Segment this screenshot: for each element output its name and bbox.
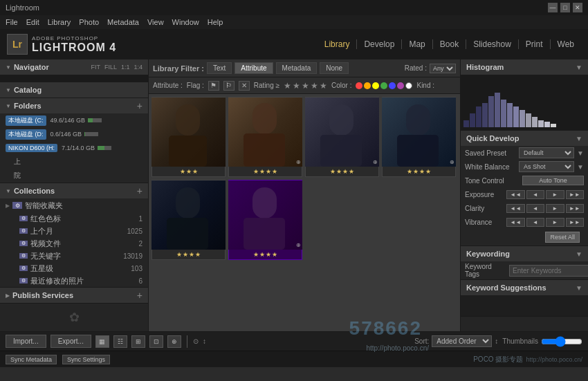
exposure-up[interactable]: ► (546, 190, 564, 199)
photo-cell-2[interactable]: ⊕ ★ ★ ★ ★ (228, 97, 302, 177)
view-list-btn[interactable]: ☷ (113, 335, 127, 348)
close-btn[interactable]: ✕ (573, 3, 582, 12)
menu-file[interactable]: File (6, 18, 18, 26)
photo-cell-6[interactable]: ⊕ ★ ★ ★ ★ (228, 180, 302, 260)
star-5[interactable]: ★ (320, 81, 327, 91)
clarity-dbl-up[interactable]: ►► (566, 204, 585, 213)
menu-window[interactable]: Window (172, 18, 199, 26)
menu-edit[interactable]: Edit (26, 18, 39, 26)
reset-all-btn[interactable]: Reset All (545, 232, 580, 243)
menu-photo[interactable]: Photo (79, 18, 99, 26)
color-yellow[interactable] (372, 82, 379, 89)
wb-arrow-btn[interactable]: ▼ (577, 163, 584, 171)
navigator-header[interactable]: ▼ Navigator FIT FILL 1:1 1:4 (0, 59, 148, 75)
clarity-dbl-down[interactable]: ◄◄ (506, 204, 525, 213)
clarity-up[interactable]: ► (546, 204, 564, 213)
color-orange[interactable] (364, 82, 371, 89)
filter-metadata-tab[interactable]: Metadata (276, 62, 318, 74)
module-slideshow[interactable]: Slideshow (466, 39, 519, 49)
filter-attribute-tab[interactable]: Attribute (235, 62, 273, 74)
color-green[interactable] (380, 82, 387, 89)
folder-d[interactable]: 本地磁盘 (D: 0.6/146 GB (0, 127, 148, 141)
maximize-btn[interactable]: □ (560, 3, 570, 12)
photo-cell-4[interactable]: ⊕ ★ ★ ★ ★ (382, 97, 456, 177)
color-blue[interactable] (389, 82, 396, 89)
nav-fit[interactable]: FIT (91, 64, 100, 71)
thumbnail-slider[interactable] (541, 336, 582, 347)
coll-red[interactable]: ⚙ 红色色标 1 (14, 212, 148, 225)
filter-none-tab[interactable]: None (320, 62, 349, 74)
photo-cell-5[interactable]: ★ ★ ★ ★ (151, 180, 226, 260)
coll-month[interactable]: ⚙ 上个月 1025 (14, 225, 148, 237)
star-4[interactable]: ★ (311, 81, 318, 91)
folder-h[interactable]: NIKON D600 (H: 7.1/14.0 GB (0, 141, 148, 155)
view-compare-btn[interactable]: ⊞ (131, 335, 145, 348)
folder-sub1[interactable]: 上 (0, 155, 148, 169)
keywording-header[interactable]: Keywording ▼ (461, 246, 588, 261)
menu-library[interactable]: Library (48, 18, 71, 26)
toolbar-icon2[interactable]: ↕ (203, 337, 206, 345)
nav-zoom[interactable]: 1:4 (134, 64, 143, 71)
histogram-header[interactable]: Histogram ▼ (461, 59, 588, 75)
export-btn[interactable]: Export... (50, 335, 91, 348)
module-book[interactable]: Book (433, 39, 466, 49)
keyword-tags-input[interactable] (509, 265, 588, 277)
exposure-dbl-down[interactable]: ◄◄ (506, 190, 525, 199)
sync-metadata-btn[interactable]: Sync Metadata (6, 355, 57, 364)
clarity-down[interactable]: ◄ (526, 204, 545, 213)
photo-cell-3[interactable]: ⊕ ★ ★ ★ ★ (305, 97, 379, 177)
toolbar-icon1[interactable]: ⊙ (193, 337, 199, 345)
rating-stars[interactable]: ★ ★ ★ ★ ★ (284, 81, 327, 91)
color-red[interactable] (356, 82, 362, 89)
preset-arrow-btn[interactable]: ▼ (577, 149, 584, 157)
sort-select[interactable]: Added Order Capture Time File Name Ratin… (432, 335, 492, 347)
flag-btn-white[interactable]: ⚑ (208, 81, 219, 91)
coll-video[interactable]: ⚙ 视频文件 2 (14, 237, 148, 250)
smart-collection-group[interactable]: ▶ ⚙ 智能收藏夹 (0, 198, 148, 212)
folders-add-btn[interactable]: + (137, 100, 143, 111)
collections-add-btn[interactable]: + (137, 185, 143, 196)
publish-add-btn[interactable]: + (137, 290, 143, 301)
module-print[interactable]: Print (519, 39, 551, 49)
coll-5star[interactable]: ⚙ 五星级 103 (14, 262, 148, 275)
module-library[interactable]: Library (318, 39, 358, 49)
menu-metadata[interactable]: Metadata (107, 18, 139, 26)
nav-1to1[interactable]: 1:1 (121, 64, 130, 71)
publish-header[interactable]: ▶ Publish Services + (0, 288, 148, 303)
vibrance-up[interactable]: ► (546, 218, 564, 227)
coll-recent[interactable]: ⚙ 最近修改的照片 6 (14, 275, 148, 287)
module-web[interactable]: Web (551, 39, 581, 49)
nav-fill[interactable]: FILL (104, 64, 117, 71)
minimize-btn[interactable]: — (548, 3, 558, 12)
sync-settings-btn[interactable]: Sync Settings (62, 355, 110, 364)
menu-help[interactable]: Help (208, 18, 223, 26)
saved-preset-select[interactable]: Default (519, 147, 574, 158)
module-develop[interactable]: Develop (357, 39, 402, 49)
exposure-down[interactable]: ◄ (526, 190, 545, 199)
catalog-header[interactable]: ▼ Catalog (0, 82, 148, 97)
color-white[interactable] (405, 82, 412, 89)
folders-header[interactable]: ▼ Folders + (0, 98, 148, 113)
kw-suggestions-header[interactable]: Keyword Suggestions ▼ (461, 280, 588, 295)
rated-select[interactable]: Any (430, 64, 456, 73)
white-balance-select[interactable]: As Shot (519, 161, 574, 172)
menu-view[interactable]: View (147, 18, 164, 26)
vibrance-dbl-up[interactable]: ►► (566, 218, 585, 227)
exposure-dbl-up[interactable]: ►► (566, 190, 585, 199)
star-2[interactable]: ★ (293, 81, 300, 91)
filter-text-tab[interactable]: Text (207, 62, 232, 74)
color-purple[interactable] (397, 82, 404, 89)
view-loupe-btn[interactable]: ⊕ (167, 335, 181, 348)
folder-c[interactable]: 本地磁盘 (C: 49.6/146 GB (0, 113, 148, 127)
star-1[interactable]: ★ (284, 81, 291, 91)
module-map[interactable]: Map (402, 39, 432, 49)
auto-tone-btn[interactable]: Auto Tone (522, 176, 584, 185)
collections-header[interactable]: ▼ Collections + (0, 183, 148, 198)
photo-cell-1[interactable]: ★ ★ ★ (151, 97, 226, 177)
vibrance-dbl-down[interactable]: ◄◄ (506, 218, 525, 227)
view-grid-btn[interactable]: ▦ (95, 335, 109, 348)
sort-direction-btn[interactable]: ↕ (495, 337, 498, 345)
vibrance-down[interactable]: ◄ (526, 218, 545, 227)
quick-develop-header[interactable]: Quick Develop ▼ (461, 131, 588, 146)
flag-btn-black[interactable]: ⚐ (223, 81, 235, 91)
